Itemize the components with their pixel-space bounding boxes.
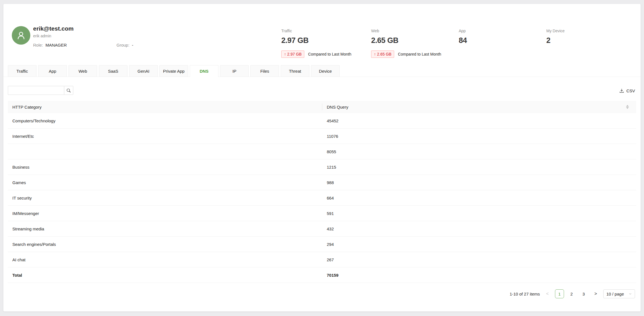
stat-label: My Device	[546, 29, 565, 33]
group-value: -	[132, 43, 133, 47]
tab-dns[interactable]: DNS	[190, 65, 218, 77]
main-panel: erik@test.com erik admin Role: MANAGER G…	[3, 4, 641, 312]
cell-dns-query: 45452	[327, 118, 339, 123]
tab-ip[interactable]: IP	[220, 65, 249, 77]
web-trend-badge: ↑ 2.65 GB	[371, 51, 394, 58]
group-label: Group:	[117, 43, 129, 47]
tab-web[interactable]: Web	[68, 65, 97, 77]
table-header: HTTP Category DNS Query	[8, 101, 636, 113]
chevron-down-icon	[629, 292, 632, 296]
csv-download-button[interactable]: CSV	[619, 87, 635, 94]
cell-dns-query: 591	[327, 211, 334, 216]
page-list: 1 2 3	[555, 289, 588, 298]
traffic-trend-badge: ↑ 2.97 GB	[281, 51, 304, 58]
page-button-2[interactable]: 2	[567, 289, 576, 298]
tab-genai[interactable]: GenAI	[129, 65, 158, 77]
cell-category: Games	[8, 180, 26, 185]
table-row: IM/Messenger 591	[8, 206, 636, 221]
sort-asc-icon	[626, 105, 629, 107]
cell-category: Business	[8, 165, 29, 170]
cell-dns-query: 11076	[327, 134, 338, 139]
stat-value: 2	[546, 36, 565, 45]
cell-dns-query: 988	[327, 180, 334, 185]
table-row: Search engines/Portals 294	[8, 237, 636, 252]
cell-dns-query: 294	[327, 242, 334, 247]
sort-icon[interactable]	[626, 105, 629, 109]
stat-value: 2.97 GB	[281, 36, 309, 45]
column-http-category: HTTP Category	[8, 105, 42, 109]
page-button-3[interactable]: 3	[579, 289, 588, 298]
table-row: IT security 664	[8, 190, 636, 206]
search-box	[8, 86, 73, 95]
up-arrow-icon: ↑	[284, 52, 286, 57]
stat-my-device: My Device 2	[546, 29, 565, 45]
stat-traffic: Traffic 2.97 GB	[281, 29, 309, 45]
user-group-row: Group: -	[117, 43, 133, 47]
tab-files[interactable]: Files	[250, 65, 279, 77]
tab-traffic[interactable]: Traffic	[8, 65, 36, 77]
traffic-compare-row: ↑ 2.97 GB Compared to Last Month	[281, 51, 351, 58]
download-icon	[619, 88, 624, 93]
tab-private-app[interactable]: Private App	[159, 65, 188, 77]
tab-device[interactable]: Device	[311, 65, 340, 77]
tab-threat[interactable]: Threat	[281, 65, 309, 77]
page-size-select[interactable]: 10 / page	[603, 289, 635, 298]
user-icon	[16, 30, 26, 40]
table-row: Games 988	[8, 175, 636, 190]
tab-saas[interactable]: SaaS	[99, 65, 127, 77]
stat-label: App	[459, 29, 467, 33]
cell-category: Internet/Etc	[8, 134, 34, 139]
compare-note: Compared to Last Month	[308, 52, 351, 56]
stat-value: 2.65 GB	[371, 36, 398, 45]
avatar	[12, 26, 30, 45]
cell-category: AI chat	[8, 257, 26, 262]
cell-dns-query: 432	[327, 226, 334, 231]
role-value: MANAGER	[45, 43, 67, 47]
cell-dns-query: 8055	[327, 149, 336, 154]
table-row: AI chat 267	[8, 252, 636, 267]
dns-table: HTTP Category DNS Query Computers/Techno…	[8, 101, 636, 283]
tab-app[interactable]: App	[38, 65, 67, 77]
pagination: 1-10 of 27 items < 1 2 3 > 10 / page	[510, 289, 635, 298]
table-row: Internet/Etc 11076	[8, 129, 636, 144]
page-size-value: 10 / page	[606, 292, 624, 296]
table-row: Computers/Technology 45452	[8, 113, 636, 129]
cell-category: IM/Messenger	[8, 211, 39, 216]
prev-page-button[interactable]: <	[545, 291, 550, 296]
web-compare-row: ↑ 2.65 GB Compared to Last Month	[371, 51, 441, 58]
next-page-button[interactable]: >	[593, 291, 599, 296]
total-label: Total	[8, 273, 22, 278]
role-label: Role:	[33, 43, 43, 47]
table-row: Streaming media 432	[8, 221, 636, 237]
column-dns-query[interactable]: DNS Query	[327, 105, 348, 109]
compare-note: Compared to Last Month	[398, 52, 441, 56]
cell-category: IT security	[8, 196, 32, 200]
pagination-summary: 1-10 of 27 items	[510, 292, 540, 296]
search-input[interactable]	[8, 86, 64, 95]
stat-value: 84	[459, 36, 467, 45]
sort-desc-icon	[626, 107, 629, 109]
cell-category: Computers/Technology	[8, 118, 55, 123]
csv-label: CSV	[626, 88, 635, 93]
stat-label: Traffic	[281, 29, 309, 33]
page-button-1[interactable]: 1	[555, 289, 564, 298]
stat-app: App 84	[459, 29, 467, 45]
stat-label: Web	[371, 29, 398, 33]
tab-bar: Traffic App Web SaaS GenAI Private App D…	[8, 65, 340, 77]
stat-web: Web 2.65 GB	[371, 29, 398, 45]
total-value: 70159	[327, 273, 339, 278]
user-email: erik@test.com	[33, 25, 74, 32]
cell-category: Search engines/Portals	[8, 242, 56, 247]
table-row: 8055	[8, 144, 636, 159]
table-row: Business 1215	[8, 159, 636, 175]
user-role-row: Role: MANAGER	[33, 43, 67, 47]
search-button[interactable]	[64, 86, 73, 95]
cell-dns-query: 267	[327, 257, 334, 262]
cell-dns-query: 1215	[327, 165, 336, 170]
user-name: erik admin	[33, 34, 51, 38]
search-icon	[66, 88, 71, 93]
table-total-row: Total 70159	[8, 267, 636, 283]
up-arrow-icon: ↑	[374, 52, 376, 57]
cell-category: Streaming media	[8, 226, 44, 231]
badge-value: 2.65 GB	[377, 52, 391, 57]
